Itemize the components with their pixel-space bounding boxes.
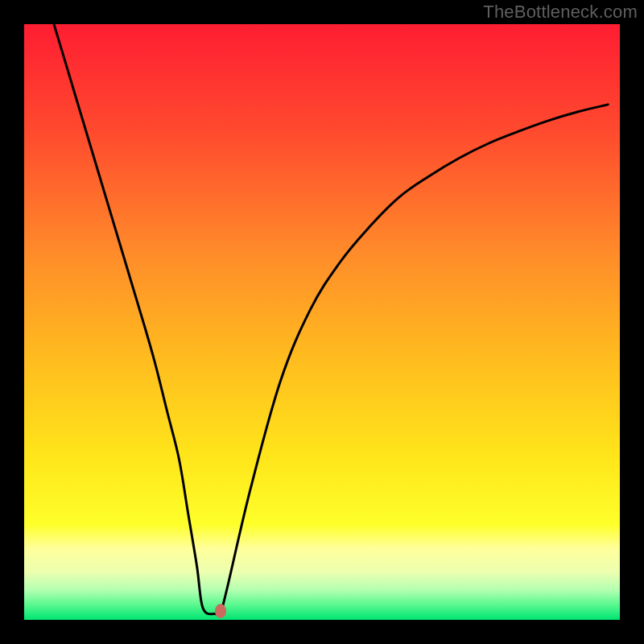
plot-area bbox=[24, 24, 620, 620]
gradient-background bbox=[24, 24, 620, 620]
chart-frame: TheBottleneck.com bbox=[0, 0, 644, 644]
watermark-text: TheBottleneck.com bbox=[483, 2, 638, 23]
chart-svg bbox=[24, 24, 620, 620]
optimal-point-marker bbox=[215, 604, 226, 618]
